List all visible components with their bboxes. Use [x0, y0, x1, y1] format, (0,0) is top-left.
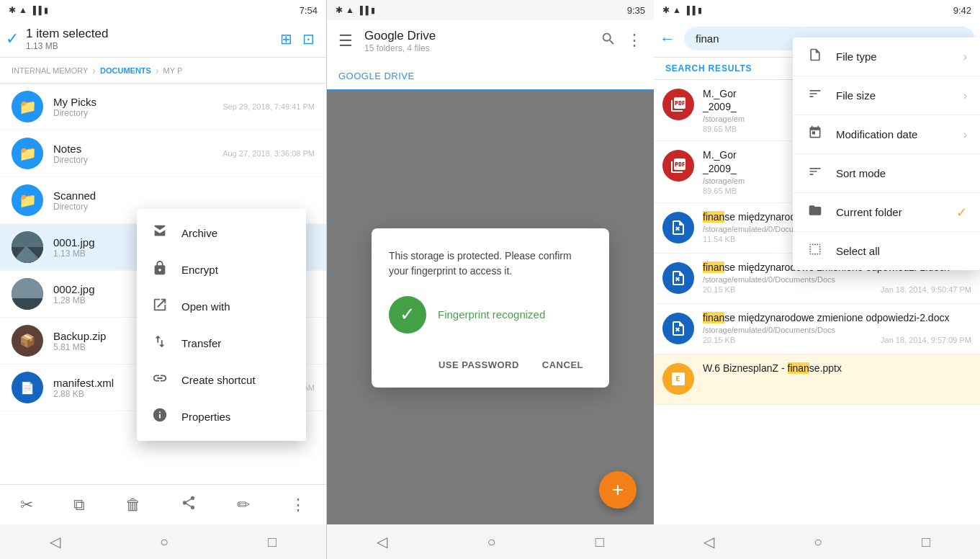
list-item[interactable]: 📁 My Picks Directory Sep 29, 2018, 7:49:…: [0, 84, 326, 130]
home-nav-icon-3[interactable]: ○: [814, 534, 822, 550]
header-action-icons: ⊞ ⊡: [280, 30, 315, 48]
status-icons-1: ✱ ▲ ▐▐ ▮: [9, 5, 48, 15]
calendar-icon: [806, 125, 824, 143]
hamburger-icon[interactable]: ☰: [338, 32, 353, 50]
file-info-scanned: Scanned Directory: [53, 189, 315, 212]
title-group: 1 item selected 1.13 MB: [26, 27, 280, 51]
highlight-5: finan: [703, 312, 724, 323]
search-icon-2[interactable]: [601, 31, 616, 51]
dropdown-label-filesize: File size: [836, 89, 952, 102]
highlight-3: finan: [703, 211, 724, 223]
back-nav-icon-3[interactable]: ◁: [703, 533, 714, 550]
thumbnail-0001: [12, 231, 43, 263]
status-icons-3: ✱ ▲ ▐▐ ▮: [662, 5, 702, 15]
bluetooth-icon-3: ✱: [662, 5, 670, 15]
result-path-4: /storage/emulated/0/Documents/Docs: [703, 275, 971, 284]
time-display-3: 9:42: [953, 5, 971, 16]
folder-icon-scanned: 📁: [12, 184, 43, 216]
recents-nav-icon-2[interactable]: □: [595, 534, 604, 550]
recents-nav-icon-3[interactable]: □: [922, 534, 930, 550]
dialog-overlay: This storage is protected. Please confir…: [327, 91, 654, 524]
file-name-notes: Notes: [53, 143, 222, 155]
breadcrumb-item-internal[interactable]: INTERNAL MEMORY: [12, 66, 88, 75]
folder-symbol: 📁: [19, 145, 37, 162]
file-name-scanned: Scanned: [53, 189, 315, 202]
list-item[interactable]: W.6 BiznesplanZ - finanse.pptx: [654, 354, 980, 405]
nav-bar-2: ◁ ○ □: [327, 524, 654, 559]
edit-icon[interactable]: ✏: [237, 496, 250, 514]
result-size-4: 20.15 KB: [703, 285, 735, 294]
menu-item-shortcut[interactable]: Create shortcut: [137, 362, 306, 398]
dropdown-item-moddate[interactable]: Modification date ›: [793, 115, 980, 154]
more-icon[interactable]: ⋮: [290, 496, 306, 514]
menu-item-archive[interactable]: Archive: [137, 215, 306, 251]
menu-item-encrypt[interactable]: Encrypt: [137, 251, 306, 288]
result-meta-5: 20.15 KB Jan 18, 2014, 9:57:09 PM: [703, 336, 971, 344]
menu-item-openwith[interactable]: Open with: [137, 288, 306, 325]
file-type-icon: [806, 48, 824, 66]
chevron-right-icon-3: ›: [963, 128, 967, 141]
menu-item-transfer[interactable]: Transfer: [137, 325, 306, 362]
dropdown-item-sortmode[interactable]: Sort mode: [793, 154, 980, 193]
cut-icon[interactable]: ✂: [20, 496, 33, 514]
back-nav-icon[interactable]: ◁: [50, 533, 60, 550]
bluetooth-icon-2: ✱: [336, 5, 343, 15]
share-icon[interactable]: [181, 495, 197, 515]
panel-files: ✱ ▲ ▐▐ ▮ 7:54 ✓ 1 item selected 1.13 MB …: [0, 0, 327, 559]
result-size-1: 89.65 MB: [703, 125, 737, 133]
folder-symbol: 📁: [19, 98, 37, 115]
copy-icon[interactable]: ⧉: [73, 496, 85, 514]
list-item[interactable]: 📁 Notes Directory Aug 27, 2018, 3:36:08 …: [0, 130, 326, 177]
list-item[interactable]: finanse międzynarodowe zmienione odpowie…: [654, 304, 980, 354]
breadcrumb-item-documents[interactable]: DOCUMENTS: [100, 66, 151, 75]
status-icons-2: ✱ ▲ ▐▐ ▮: [336, 5, 375, 15]
dropdown-item-currentfolder[interactable]: Current folder ✓: [793, 193, 980, 232]
file-info-mypicks: My Picks Directory: [53, 96, 222, 118]
home-nav-icon-2[interactable]: ○: [487, 534, 495, 550]
cancel-button[interactable]: CANCEL: [534, 354, 592, 376]
dropdown-item-filetype[interactable]: File type ›: [793, 37, 980, 76]
pdf-icon-1: [662, 89, 694, 120]
open-with-icon: [151, 297, 168, 316]
dropdown-item-selectall[interactable]: Select all: [793, 232, 980, 270]
use-password-button[interactable]: USE PASSWORD: [430, 354, 528, 376]
fab-add-button[interactable]: +: [599, 471, 637, 509]
file-date-notes: Aug 27, 2018, 3:36:08 PM: [222, 149, 315, 158]
folder-symbol: 📁: [19, 192, 37, 209]
time-display-1: 7:54: [300, 5, 318, 16]
result-date-4: Jan 18, 2014, 9:50:47 PM: [881, 285, 971, 294]
svg-rect-4: [12, 298, 43, 310]
folder-icon-notes: 📁: [12, 138, 43, 169]
highlight-4: finan: [703, 261, 724, 273]
signal-icon-3: ▐▐: [684, 6, 696, 14]
file-type-mypicks: Directory: [53, 108, 222, 118]
dropdown-item-filesize[interactable]: File size ›: [793, 76, 980, 115]
more-icon-2[interactable]: ⋮: [626, 31, 642, 51]
dialog-actions: USE PASSWORD CANCEL: [389, 354, 592, 376]
back-nav-icon-2[interactable]: ◁: [377, 533, 387, 550]
dropdown-label-moddate: Modification date: [836, 128, 952, 140]
status-bar-2: ✱ ▲ ▐▐ ▮ 9:35: [327, 0, 654, 20]
battery-icon-2: ▮: [371, 6, 375, 15]
file-date-mypicks: Sep 29, 2018, 7:49:41 PM: [222, 102, 315, 111]
panel-search: ✱ ▲ ▐▐ ▮ 9:42 ← SEARCH RESULTS M._Gor_20…: [654, 0, 980, 559]
back-icon-3[interactable]: ←: [660, 30, 675, 48]
ppt-icon: [662, 363, 694, 395]
select-grid-icon[interactable]: ⊞: [280, 30, 292, 48]
transfer-icon: [151, 334, 168, 353]
panel2-header-icons: ⋮: [601, 31, 642, 51]
home-nav-icon[interactable]: ○: [160, 534, 168, 550]
menu-item-properties[interactable]: Properties: [137, 398, 306, 435]
menu-label-transfer: Transfer: [181, 337, 221, 349]
panel2-subtitle: 15 folders, 4 files: [364, 43, 589, 53]
panel2-title-group: Google Drive 15 folders, 4 files: [364, 29, 589, 53]
status-bar-3: ✱ ▲ ▐▐ ▮ 9:42: [654, 0, 980, 20]
recents-nav-icon[interactable]: □: [268, 534, 277, 550]
panel1-header: ✓ 1 item selected 1.13 MB ⊞ ⊡: [0, 20, 326, 58]
select-all-icon[interactable]: ⊡: [302, 30, 315, 48]
drive-tab[interactable]: GOOGLE DRIVE: [327, 62, 654, 91]
img-icon-0001: [12, 231, 43, 263]
doc-icon-3: [662, 313, 694, 344]
delete-icon[interactable]: 🗑: [125, 496, 141, 514]
battery-icon-3: ▮: [698, 6, 702, 15]
